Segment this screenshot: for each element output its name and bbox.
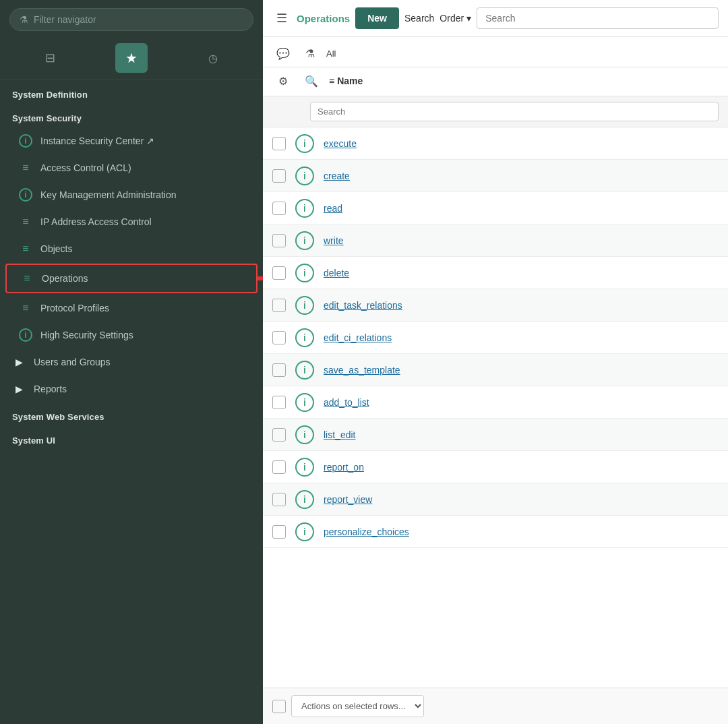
row-name-edit-ci-relations[interactable]: edit_ci_relations <box>324 332 392 343</box>
row-name-personalize-choices[interactable]: personalize_choices <box>324 526 409 537</box>
row-name-write[interactable]: write <box>324 235 344 246</box>
row-checkbox[interactable] <box>272 331 286 344</box>
chat-icon[interactable]: 💬 <box>272 42 294 64</box>
section-system-ui: System UI <box>0 426 263 450</box>
row-name-edit-task-relations[interactable]: edit_task_relations <box>324 300 402 311</box>
row-checkbox[interactable] <box>272 266 286 280</box>
info-icon[interactable]: i <box>295 458 314 477</box>
list-icon: ≡ <box>19 301 32 315</box>
row-checkbox[interactable] <box>272 202 286 215</box>
table-row: i execute <box>263 127 728 160</box>
sidebar-item-high-security[interactable]: i High Security Settings <box>0 322 263 349</box>
row-checkbox[interactable] <box>272 137 286 150</box>
sidebar-item-operations[interactable]: ≡ Operations <box>5 264 257 293</box>
list-header: 💬 ⚗ All <box>263 37 728 67</box>
row-checkbox[interactable] <box>272 234 286 247</box>
sidebar-item-instance-security-center[interactable]: i Instance Security Center ↗ <box>0 127 263 154</box>
sidebar-item-label: Access Control (ACL) <box>40 162 131 173</box>
info-icon[interactable]: i <box>295 231 314 250</box>
row-checkbox[interactable] <box>272 299 286 312</box>
row-name-report-on[interactable]: report_on <box>324 462 364 473</box>
circle-i-icon: i <box>19 134 32 148</box>
info-icon[interactable]: i <box>295 296 314 315</box>
row-name-delete[interactable]: delete <box>324 268 349 278</box>
name-column-header: ≡ Name <box>329 76 363 86</box>
section-system-security: System Security <box>0 104 263 127</box>
row-checkbox[interactable] <box>272 428 286 442</box>
sidebar-item-protocol-profiles[interactable]: ≡ Protocol Profiles <box>0 295 263 322</box>
toolbar-search-input[interactable] <box>477 7 719 29</box>
table-row: i edit_ci_relations <box>263 322 728 354</box>
actions-select[interactable]: Actions on selected rows... <box>291 695 424 717</box>
name-column-label: Name <box>337 76 363 86</box>
row-name-list-edit[interactable]: list_edit <box>324 429 355 440</box>
filter-icon[interactable]: ⚗ <box>299 42 321 64</box>
info-icon[interactable]: i <box>295 264 314 282</box>
info-icon[interactable]: i <box>295 167 314 185</box>
row-name-save-as-template[interactable]: save_as_template <box>324 365 400 375</box>
row-name-report-view[interactable]: report_view <box>324 494 372 505</box>
table-row: i personalize_choices <box>263 516 728 548</box>
settings-icon[interactable]: ⚙ <box>272 70 294 92</box>
order-chevron-icon: ▾ <box>466 13 471 24</box>
sidebar-item-ip-address[interactable]: ≡ IP Address Access Control <box>0 208 263 235</box>
sidebar-item-label: Reports <box>34 384 67 394</box>
hamburger-menu-button[interactable]: ☰ <box>272 7 291 30</box>
new-button[interactable]: New <box>355 7 399 29</box>
table-row: i edit_task_relations <box>263 289 728 322</box>
row-name-add-to-list[interactable]: add_to_list <box>324 397 369 408</box>
sidebar-item-label: Instance Security Center ↗ <box>40 135 154 146</box>
table-row: i list_edit <box>263 419 728 451</box>
sidebar-tab-favorites[interactable]: ★ <box>115 43 148 73</box>
list-icon: ≡ <box>19 242 32 255</box>
search-icon[interactable]: 🔍 <box>301 70 322 92</box>
info-icon[interactable]: i <box>295 134 314 153</box>
list-icon: ≡ <box>20 272 34 285</box>
table-row: i report_on <box>263 451 728 483</box>
filter-navigator-input[interactable] <box>34 14 243 25</box>
row-checkbox[interactable] <box>272 363 286 377</box>
list-icon: ≡ <box>19 161 32 175</box>
info-icon[interactable]: i <box>295 522 314 541</box>
info-icon[interactable]: i <box>295 361 314 380</box>
sidebar-tab-archive[interactable]: ⊟ <box>34 43 66 73</box>
info-icon[interactable]: i <box>295 490 314 509</box>
table-row: i add_to_list <box>263 386 728 419</box>
row-checkbox[interactable] <box>272 493 286 506</box>
sidebar-item-label: Objects <box>40 243 72 254</box>
circle-i-icon: i <box>19 328 32 342</box>
list-search-input[interactable] <box>310 102 719 121</box>
sidebar-item-access-control[interactable]: ≡ Access Control (ACL) <box>0 154 263 181</box>
sidebar-item-label: Users and Groups <box>34 357 111 367</box>
row-checkbox[interactable] <box>272 396 286 409</box>
row-name-create[interactable]: create <box>324 171 350 181</box>
sidebar-item-users-and-groups[interactable]: ▶ Users and Groups <box>0 349 263 375</box>
info-icon[interactable]: i <box>295 425 314 444</box>
filter-navigator-input-container[interactable]: ⚗ <box>9 8 253 31</box>
sidebar-item-reports[interactable]: ▶ Reports <box>0 375 263 402</box>
info-icon[interactable]: i <box>295 393 314 412</box>
table-row: i delete <box>263 257 728 289</box>
main-content: ☰ Operations New Search Order ▾ 💬 ⚗ All … <box>263 0 728 724</box>
row-name-execute[interactable]: execute <box>324 138 357 149</box>
row-name-read[interactable]: read <box>324 203 342 214</box>
order-label: Order <box>439 13 464 24</box>
sidebar-item-label: Key Management Administration <box>40 189 177 200</box>
sidebar-tabs: ⊟ ★ ◷ <box>0 39 263 80</box>
info-icon[interactable]: i <box>295 199 314 218</box>
row-checkbox[interactable] <box>272 525 286 539</box>
table-row: i report_view <box>263 483 728 516</box>
search-row <box>263 96 728 127</box>
row-checkbox[interactable] <box>272 169 286 183</box>
sidebar-item-objects[interactable]: ≡ Objects <box>0 235 263 262</box>
order-dropdown[interactable]: Order ▾ <box>439 13 471 24</box>
info-icon[interactable]: i <box>295 328 314 347</box>
section-system-web-services: System Web Services <box>0 402 263 426</box>
table-container: i execute i create i read i write i dele… <box>263 127 728 688</box>
header-icons: 💬 ⚗ All <box>272 42 336 64</box>
footer-checkbox[interactable] <box>272 700 286 713</box>
row-checkbox[interactable] <box>272 460 286 474</box>
operations-link[interactable]: Operations <box>297 13 350 24</box>
sidebar-item-key-management[interactable]: i Key Management Administration <box>0 181 263 208</box>
sidebar-tab-recent[interactable]: ◷ <box>197 43 229 73</box>
